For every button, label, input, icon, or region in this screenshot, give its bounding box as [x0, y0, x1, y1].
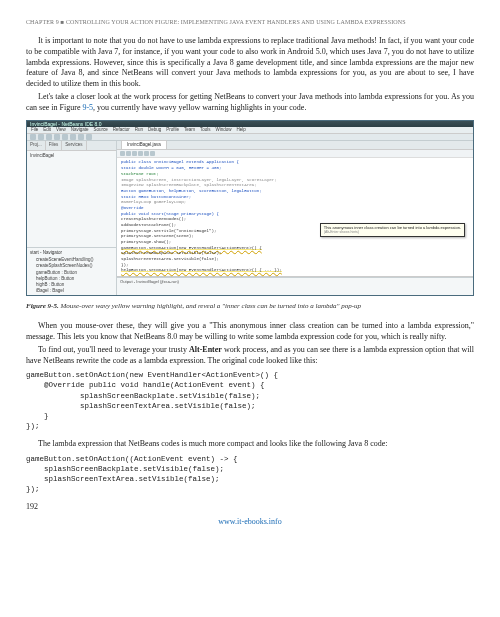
nav-item[interactable]: legalButton : Button [30, 295, 113, 296]
window-title: InvinciBagel - NetBeans IDE 8.0 [30, 121, 101, 128]
figure-caption: Figure 9-5. Mouse-over wavy yellow warni… [26, 302, 474, 311]
menu-navigate[interactable]: Navigate [71, 127, 89, 133]
menu-refactor[interactable]: Refactor [113, 127, 130, 133]
output-tab-label[interactable]: Output - InvinciBagel (jfxsa-run) [120, 279, 179, 284]
code-line-warning: helpButton.setOnAction(new EventHandler<… [121, 268, 469, 274]
menu-debug[interactable]: Debug [148, 127, 161, 133]
para2-text-b: , you currently have wavy yellow warning… [93, 103, 306, 112]
toolbar-icon[interactable] [54, 134, 60, 140]
editor-tab[interactable]: InvinciBagel.java [121, 140, 167, 149]
menu-source[interactable]: Source [93, 127, 107, 133]
hint-tooltip: This anonymous inner class creation can … [320, 223, 465, 237]
toolbar-icon[interactable] [78, 134, 84, 140]
main-toolbar [27, 134, 473, 141]
editor-toolbar-icon[interactable] [120, 151, 125, 156]
status-bar: 54:75 INS [27, 295, 473, 296]
figure-ref-link[interactable]: 9-5 [82, 103, 93, 112]
tooltip-subtext: (Alt-Enter shows hints) [324, 230, 461, 235]
figure-number: Figure 9-5. [26, 302, 59, 310]
keyboard-shortcut: Alt-Enter [189, 345, 222, 354]
paragraph-2: Let's take a closer look at the work pro… [26, 92, 474, 114]
figure-caption-text: Mouse-over wavy yellow warning highlight… [59, 302, 361, 310]
editor-toolbar-icon[interactable] [144, 151, 149, 156]
para4-text-a: To find out, you'll need to leverage you… [38, 345, 189, 354]
toolbar-icon[interactable] [70, 134, 76, 140]
editor-toolbar-icon[interactable] [150, 151, 155, 156]
navigator-tree[interactable]: createSceneEventHandling() createSplashS… [30, 256, 113, 296]
paragraph-3: When you mouse-over these, they will giv… [26, 321, 474, 343]
editor-toolbar-icon[interactable] [138, 151, 143, 156]
menu-window[interactable]: Window [216, 127, 232, 133]
output-panel: Output - InvinciBagel (jfxsa-run) [117, 277, 473, 295]
menu-file[interactable]: File [31, 127, 38, 133]
project-tree[interactable]: InvinciBagel [27, 151, 116, 247]
editor-toolbar-icon[interactable] [132, 151, 137, 156]
toolbar-icon[interactable] [46, 134, 52, 140]
figure-9-5-screenshot: InvinciBagel - NetBeans IDE 8.0 File Edi… [26, 120, 474, 296]
chapter-heading: CHAPTER 9 ■ CONTROLLING YOUR ACTION FIGU… [26, 18, 474, 26]
code-block-2: gameButton.setOnAction((ActionEvent even… [26, 454, 474, 495]
toolbar-icon[interactable] [62, 134, 68, 140]
paragraph-1: It is important to note that you do not … [26, 36, 474, 90]
footer-link[interactable]: www.it-ebooks.info [26, 517, 474, 528]
page-number: 192 [26, 502, 474, 513]
menu-view[interactable]: View [56, 127, 66, 133]
menu-team[interactable]: Team [184, 127, 195, 133]
paragraph-5: The lambda expression that NetBeans code… [26, 439, 474, 450]
menu-run[interactable]: Run [135, 127, 143, 133]
editor-toolbar [117, 150, 473, 158]
window-titlebar: InvinciBagel - NetBeans IDE 8.0 [27, 121, 473, 128]
menu-edit[interactable]: Edit [43, 127, 51, 133]
services-tab[interactable]: Services [62, 141, 86, 149]
toolbar-icon[interactable] [30, 134, 36, 140]
tree-root[interactable]: InvinciBagel [30, 153, 113, 159]
paragraph-4: To find out, you'll need to leverage you… [26, 345, 474, 367]
files-tab[interactable]: Files [46, 141, 63, 149]
menu-bar: File Edit View Navigate Source Refactor … [27, 127, 473, 134]
menu-tools[interactable]: Tools [200, 127, 211, 133]
code-block-1: gameButton.setOnAction(new EventHandler<… [26, 370, 474, 431]
code-editor[interactable]: public class InvinciBagel extends Applic… [117, 158, 473, 276]
menu-help[interactable]: Help [237, 127, 246, 133]
toolbar-icon[interactable] [86, 134, 92, 140]
projects-panel: Proj... Files Services InvinciBagel star… [27, 141, 117, 294]
toolbar-icon[interactable] [38, 134, 44, 140]
projects-tab[interactable]: Proj... [27, 141, 46, 149]
editor-toolbar-icon[interactable] [126, 151, 131, 156]
navigator-panel: start - Navigator createSceneEventHandli… [27, 247, 116, 295]
menu-profile[interactable]: Profile [166, 127, 179, 133]
